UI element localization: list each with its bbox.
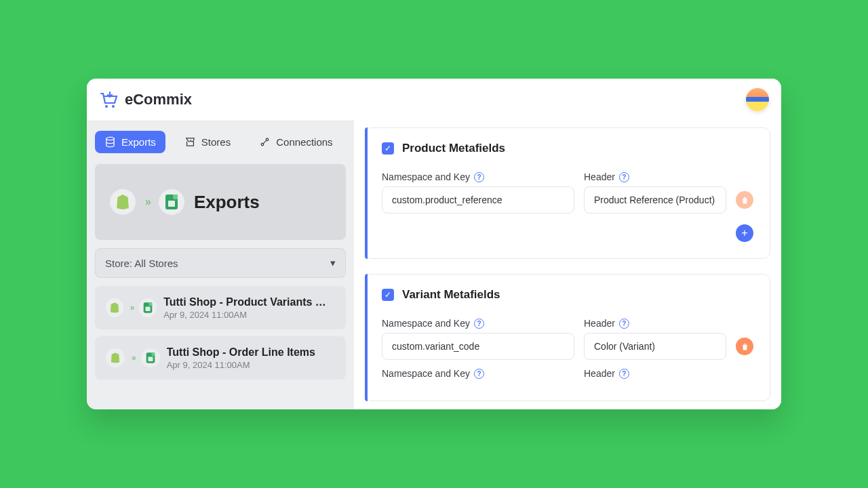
brand-logo: eCommix: [99, 90, 192, 109]
sheets-icon: [141, 348, 160, 367]
list-item[interactable]: » Tutti Shop - Product Variants Market A…: [95, 286, 346, 329]
nav-tabs: Exports Stores Connections: [87, 121, 354, 160]
hero: » Exports: [95, 164, 346, 240]
header-label: Header: [584, 368, 615, 379]
export-title: Tutti Shop - Product Variants Market: [163, 296, 335, 308]
help-icon[interactable]: ?: [619, 369, 629, 379]
tab-label: Stores: [201, 136, 231, 148]
sheets-icon: [159, 189, 184, 215]
right-panel: ✓ Product Metafields Namespace and Key? …: [354, 121, 781, 409]
checkbox-product-metafields[interactable]: ✓: [382, 142, 394, 155]
database-icon: [104, 136, 116, 148]
flow-icon: »: [130, 303, 133, 312]
field-row: Namespace and Key? Header?: [382, 368, 753, 379]
field-row: Namespace and Key? Header?: [382, 318, 753, 360]
header-input[interactable]: [584, 333, 726, 360]
flow-icon: »: [132, 353, 134, 363]
tab-label: Exports: [121, 136, 156, 148]
tab-label: Connections: [276, 136, 332, 148]
product-metafields-card: ✓ Product Metafields Namespace and Key? …: [365, 127, 770, 259]
delete-button[interactable]: [736, 338, 753, 355]
help-icon[interactable]: ?: [619, 172, 629, 182]
export-title: Tutti Shop - Order Line Items: [167, 346, 315, 359]
avatar[interactable]: [746, 88, 769, 111]
card-title: Product Metafields: [402, 142, 505, 155]
store-icon: [184, 136, 196, 148]
trash-icon: [741, 196, 749, 205]
svg-point-3: [261, 143, 264, 146]
chevron-down-icon: ▾: [330, 257, 336, 269]
brand-name: eCommix: [125, 91, 192, 108]
plus-icon: +: [741, 227, 747, 239]
namespace-label: Namespace and Key: [382, 318, 470, 329]
help-icon[interactable]: ?: [474, 172, 484, 182]
namespace-label: Namespace and Key: [382, 368, 470, 379]
help-icon[interactable]: ?: [474, 319, 484, 329]
list-item[interactable]: » Tutti Shop - Order Line Items Apr 9, 2…: [95, 336, 346, 380]
header-label: Header: [584, 318, 615, 329]
connection-icon: [259, 136, 271, 148]
header-input[interactable]: [584, 186, 726, 214]
body: Exports Stores Connections » Exports Sto…: [87, 121, 781, 409]
trash-icon: [741, 342, 749, 351]
svg-point-4: [266, 138, 269, 141]
exports-list: » Tutti Shop - Product Variants Market A…: [87, 286, 354, 380]
svg-point-1: [112, 105, 115, 108]
card-title: Variant Metafields: [402, 288, 500, 302]
sheets-icon: [139, 298, 157, 317]
cart-icon: [99, 90, 119, 109]
tab-connections[interactable]: Connections: [250, 131, 342, 153]
svg-point-2: [106, 137, 114, 140]
namespace-label: Namespace and Key: [382, 171, 470, 182]
topbar: eCommix: [87, 79, 781, 121]
left-panel: Exports Stores Connections » Exports Sto…: [87, 121, 354, 409]
shopify-icon: [106, 348, 125, 367]
svg-point-0: [105, 105, 108, 108]
checkbox-variant-metafields[interactable]: ✓: [382, 289, 394, 301]
variant-metafields-card: ✓ Variant Metafields Namespace and Key? …: [365, 274, 770, 401]
filter-label: Store: All Stores: [105, 258, 178, 269]
namespace-input[interactable]: [382, 186, 574, 214]
add-button[interactable]: +: [736, 224, 753, 242]
store-filter[interactable]: Store: All Stores ▾: [95, 248, 346, 278]
page-title: Exports: [194, 192, 260, 213]
namespace-input[interactable]: [382, 333, 574, 360]
header-label: Header: [584, 171, 615, 182]
export-date: Apr 9, 2024 11:00AM: [163, 310, 335, 320]
app-window: eCommix Exports Stores Connections: [87, 79, 781, 409]
delete-button[interactable]: [736, 191, 753, 209]
help-icon[interactable]: ?: [474, 369, 484, 379]
flow-icon: »: [145, 196, 149, 208]
tab-stores[interactable]: Stores: [175, 131, 240, 153]
tab-exports[interactable]: Exports: [95, 131, 165, 153]
field-row: Namespace and Key? Header?: [382, 171, 753, 214]
help-icon[interactable]: ?: [619, 319, 629, 329]
shopify-icon: [106, 298, 123, 317]
export-date: Apr 9, 2024 11:00AM: [167, 360, 315, 370]
shopify-icon: [110, 189, 136, 215]
